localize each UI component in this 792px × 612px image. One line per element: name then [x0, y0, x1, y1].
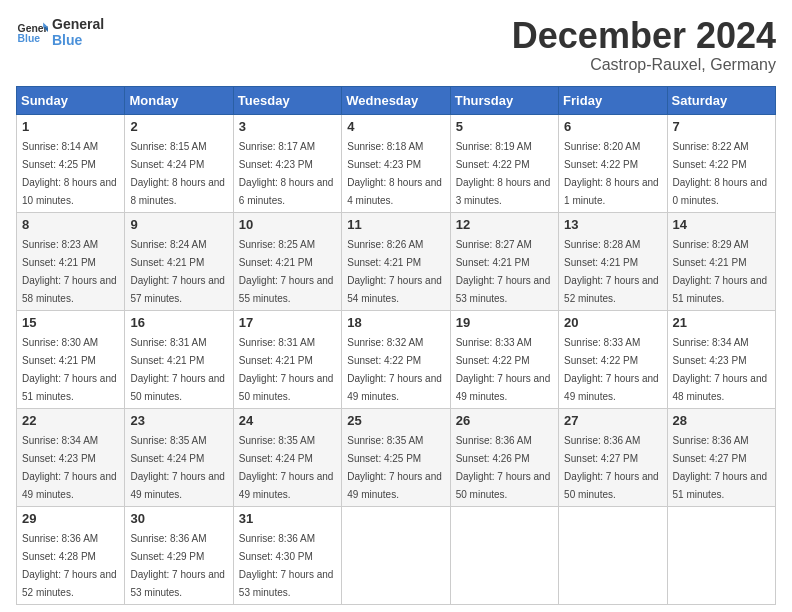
day-number: 7: [673, 119, 770, 134]
calendar-week-row: 8Sunrise: 8:23 AMSunset: 4:21 PMDaylight…: [17, 212, 776, 310]
day-number: 5: [456, 119, 553, 134]
calendar-cell: 28Sunrise: 8:36 AMSunset: 4:27 PMDayligh…: [667, 408, 775, 506]
calendar-header-wednesday: Wednesday: [342, 86, 450, 114]
calendar-cell: 9Sunrise: 8:24 AMSunset: 4:21 PMDaylight…: [125, 212, 233, 310]
calendar-cell: [342, 506, 450, 604]
calendar-week-row: 15Sunrise: 8:30 AMSunset: 4:21 PMDayligh…: [17, 310, 776, 408]
day-info: Sunrise: 8:19 AMSunset: 4:22 PMDaylight:…: [456, 141, 551, 206]
calendar-week-row: 22Sunrise: 8:34 AMSunset: 4:23 PMDayligh…: [17, 408, 776, 506]
calendar-cell: 29Sunrise: 8:36 AMSunset: 4:28 PMDayligh…: [17, 506, 125, 604]
calendar-week-row: 1Sunrise: 8:14 AMSunset: 4:25 PMDaylight…: [17, 114, 776, 212]
logo-text: General Blue: [52, 16, 104, 48]
calendar-cell: 6Sunrise: 8:20 AMSunset: 4:22 PMDaylight…: [559, 114, 667, 212]
day-info: Sunrise: 8:30 AMSunset: 4:21 PMDaylight:…: [22, 337, 117, 402]
calendar-cell: 24Sunrise: 8:35 AMSunset: 4:24 PMDayligh…: [233, 408, 341, 506]
logo-icon: General Blue: [16, 16, 48, 48]
day-number: 12: [456, 217, 553, 232]
day-number: 27: [564, 413, 661, 428]
day-info: Sunrise: 8:24 AMSunset: 4:21 PMDaylight:…: [130, 239, 225, 304]
day-number: 3: [239, 119, 336, 134]
day-number: 21: [673, 315, 770, 330]
calendar-cell: 17Sunrise: 8:31 AMSunset: 4:21 PMDayligh…: [233, 310, 341, 408]
day-info: Sunrise: 8:33 AMSunset: 4:22 PMDaylight:…: [456, 337, 551, 402]
calendar-cell: 27Sunrise: 8:36 AMSunset: 4:27 PMDayligh…: [559, 408, 667, 506]
calendar-cell: 7Sunrise: 8:22 AMSunset: 4:22 PMDaylight…: [667, 114, 775, 212]
day-info: Sunrise: 8:36 AMSunset: 4:27 PMDaylight:…: [673, 435, 768, 500]
day-info: Sunrise: 8:34 AMSunset: 4:23 PMDaylight:…: [22, 435, 117, 500]
calendar-cell: 12Sunrise: 8:27 AMSunset: 4:21 PMDayligh…: [450, 212, 558, 310]
calendar-cell: 23Sunrise: 8:35 AMSunset: 4:24 PMDayligh…: [125, 408, 233, 506]
day-info: Sunrise: 8:36 AMSunset: 4:29 PMDaylight:…: [130, 533, 225, 598]
calendar-cell: 11Sunrise: 8:26 AMSunset: 4:21 PMDayligh…: [342, 212, 450, 310]
logo: General Blue General Blue: [16, 16, 104, 48]
day-info: Sunrise: 8:34 AMSunset: 4:23 PMDaylight:…: [673, 337, 768, 402]
calendar-header-saturday: Saturday: [667, 86, 775, 114]
day-number: 2: [130, 119, 227, 134]
location: Castrop-Rauxel, Germany: [512, 56, 776, 74]
calendar-header-monday: Monday: [125, 86, 233, 114]
calendar-cell: 15Sunrise: 8:30 AMSunset: 4:21 PMDayligh…: [17, 310, 125, 408]
svg-text:Blue: Blue: [18, 33, 41, 44]
day-number: 13: [564, 217, 661, 232]
calendar-header-friday: Friday: [559, 86, 667, 114]
day-info: Sunrise: 8:32 AMSunset: 4:22 PMDaylight:…: [347, 337, 442, 402]
calendar-cell: 3Sunrise: 8:17 AMSunset: 4:23 PMDaylight…: [233, 114, 341, 212]
calendar-header-tuesday: Tuesday: [233, 86, 341, 114]
day-info: Sunrise: 8:29 AMSunset: 4:21 PMDaylight:…: [673, 239, 768, 304]
calendar-cell: 30Sunrise: 8:36 AMSunset: 4:29 PMDayligh…: [125, 506, 233, 604]
day-number: 30: [130, 511, 227, 526]
month-title: December 2024: [512, 16, 776, 56]
day-info: Sunrise: 8:36 AMSunset: 4:27 PMDaylight:…: [564, 435, 659, 500]
day-info: Sunrise: 8:22 AMSunset: 4:22 PMDaylight:…: [673, 141, 768, 206]
calendar-cell: 13Sunrise: 8:28 AMSunset: 4:21 PMDayligh…: [559, 212, 667, 310]
day-number: 11: [347, 217, 444, 232]
day-info: Sunrise: 8:23 AMSunset: 4:21 PMDaylight:…: [22, 239, 117, 304]
day-info: Sunrise: 8:31 AMSunset: 4:21 PMDaylight:…: [239, 337, 334, 402]
logo-general: General: [52, 16, 104, 32]
day-number: 23: [130, 413, 227, 428]
day-number: 17: [239, 315, 336, 330]
day-number: 16: [130, 315, 227, 330]
day-info: Sunrise: 8:14 AMSunset: 4:25 PMDaylight:…: [22, 141, 117, 206]
day-info: Sunrise: 8:35 AMSunset: 4:24 PMDaylight:…: [130, 435, 225, 500]
day-info: Sunrise: 8:18 AMSunset: 4:23 PMDaylight:…: [347, 141, 442, 206]
day-info: Sunrise: 8:15 AMSunset: 4:24 PMDaylight:…: [130, 141, 225, 206]
day-number: 10: [239, 217, 336, 232]
calendar-header-row: SundayMondayTuesdayWednesdayThursdayFrid…: [17, 86, 776, 114]
calendar-week-row: 29Sunrise: 8:36 AMSunset: 4:28 PMDayligh…: [17, 506, 776, 604]
calendar-cell: 5Sunrise: 8:19 AMSunset: 4:22 PMDaylight…: [450, 114, 558, 212]
day-number: 24: [239, 413, 336, 428]
day-number: 29: [22, 511, 119, 526]
day-info: Sunrise: 8:17 AMSunset: 4:23 PMDaylight:…: [239, 141, 334, 206]
day-number: 22: [22, 413, 119, 428]
calendar-cell: 1Sunrise: 8:14 AMSunset: 4:25 PMDaylight…: [17, 114, 125, 212]
calendar-cell: 18Sunrise: 8:32 AMSunset: 4:22 PMDayligh…: [342, 310, 450, 408]
calendar-cell: 25Sunrise: 8:35 AMSunset: 4:25 PMDayligh…: [342, 408, 450, 506]
calendar-cell: 26Sunrise: 8:36 AMSunset: 4:26 PMDayligh…: [450, 408, 558, 506]
calendar-cell: 8Sunrise: 8:23 AMSunset: 4:21 PMDaylight…: [17, 212, 125, 310]
day-info: Sunrise: 8:27 AMSunset: 4:21 PMDaylight:…: [456, 239, 551, 304]
day-number: 20: [564, 315, 661, 330]
calendar-cell: 16Sunrise: 8:31 AMSunset: 4:21 PMDayligh…: [125, 310, 233, 408]
calendar-cell: [559, 506, 667, 604]
calendar-cell: [667, 506, 775, 604]
day-number: 19: [456, 315, 553, 330]
day-info: Sunrise: 8:20 AMSunset: 4:22 PMDaylight:…: [564, 141, 659, 206]
day-info: Sunrise: 8:31 AMSunset: 4:21 PMDaylight:…: [130, 337, 225, 402]
day-info: Sunrise: 8:26 AMSunset: 4:21 PMDaylight:…: [347, 239, 442, 304]
day-info: Sunrise: 8:25 AMSunset: 4:21 PMDaylight:…: [239, 239, 334, 304]
day-number: 6: [564, 119, 661, 134]
calendar-cell: 31Sunrise: 8:36 AMSunset: 4:30 PMDayligh…: [233, 506, 341, 604]
calendar-header-sunday: Sunday: [17, 86, 125, 114]
calendar-cell: 14Sunrise: 8:29 AMSunset: 4:21 PMDayligh…: [667, 212, 775, 310]
calendar-cell: 4Sunrise: 8:18 AMSunset: 4:23 PMDaylight…: [342, 114, 450, 212]
day-number: 9: [130, 217, 227, 232]
calendar-table: SundayMondayTuesdayWednesdayThursdayFrid…: [16, 86, 776, 605]
day-info: Sunrise: 8:28 AMSunset: 4:21 PMDaylight:…: [564, 239, 659, 304]
calendar-header-thursday: Thursday: [450, 86, 558, 114]
calendar-cell: 22Sunrise: 8:34 AMSunset: 4:23 PMDayligh…: [17, 408, 125, 506]
day-number: 28: [673, 413, 770, 428]
day-number: 18: [347, 315, 444, 330]
day-info: Sunrise: 8:36 AMSunset: 4:30 PMDaylight:…: [239, 533, 334, 598]
day-number: 4: [347, 119, 444, 134]
